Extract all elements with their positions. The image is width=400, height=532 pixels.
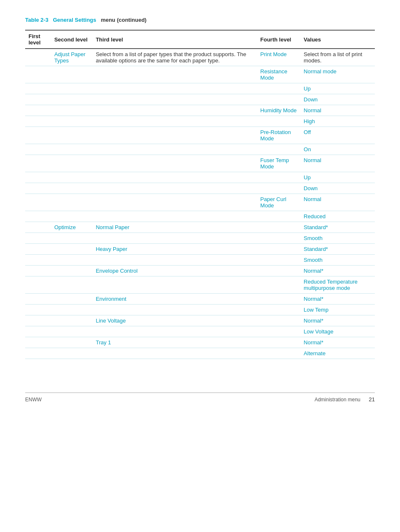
table-cell	[51, 183, 92, 194]
table-cell	[257, 348, 301, 359]
table-cell: On	[300, 144, 375, 155]
table-cell	[25, 348, 51, 359]
table-cell	[51, 315, 92, 326]
table-cell: Tray 1	[92, 337, 257, 348]
table-row: High	[25, 116, 375, 127]
table-cell	[257, 266, 301, 276]
table-cell	[92, 83, 257, 94]
table-cell	[25, 183, 51, 194]
table-cell	[257, 83, 301, 94]
table-label: Table 2-3	[25, 17, 48, 23]
footer-label: Administration menu	[314, 397, 360, 403]
table-cell	[25, 294, 51, 305]
table-cell	[257, 315, 301, 326]
table-cell	[51, 326, 92, 337]
col-second-level: Second level	[51, 30, 92, 49]
table-row: Smooth	[25, 233, 375, 244]
table-cell	[25, 194, 51, 211]
table-cell	[92, 326, 257, 337]
table-row: EnvironmentNormal*	[25, 294, 375, 305]
table-cell	[92, 276, 257, 294]
table-cell	[25, 337, 51, 348]
table-row: Paper Curl ModeNormal	[25, 194, 375, 211]
table-cell	[257, 276, 301, 294]
table-row: Fuser Temp ModeNormal	[25, 155, 375, 172]
table-cell	[92, 305, 257, 315]
table-cell	[51, 105, 92, 116]
table-cell	[25, 83, 51, 94]
table-cell	[51, 266, 92, 276]
table-cell	[257, 116, 301, 127]
table-cell	[25, 266, 51, 276]
table-cell	[92, 233, 257, 244]
table-cell	[51, 255, 92, 266]
table-cell: Standard*	[300, 222, 375, 233]
table-cell: Envelope Control	[92, 266, 257, 276]
table-cell	[92, 211, 257, 222]
table-cell: Normal*	[300, 294, 375, 305]
table-cell	[92, 127, 257, 144]
table-row: Pre-Rotation ModeOff	[25, 127, 375, 144]
page-footer: ENWW Administration menu 21	[25, 393, 375, 403]
settings-table: First level Second level Third level Fou…	[25, 30, 375, 359]
table-cell	[25, 276, 51, 294]
table-row: Adjust Paper TypesSelect from a list of …	[25, 49, 375, 66]
table-cell	[257, 244, 301, 255]
table-cell: Normal	[300, 105, 375, 116]
table-row: Alternate	[25, 348, 375, 359]
col-third-level: Third level	[92, 30, 257, 49]
table-cell	[257, 211, 301, 222]
table-cell	[92, 105, 257, 116]
table-cell	[25, 244, 51, 255]
table-cell	[25, 116, 51, 127]
table-cell	[257, 222, 301, 233]
table-subtitle: menu (continued)	[101, 17, 146, 23]
table-cell: Normal Paper	[92, 222, 257, 233]
table-cell	[51, 294, 92, 305]
col-fourth-level: Fourth level	[257, 30, 301, 49]
page-title: Table 2-3 General Settings menu (continu…	[25, 17, 375, 23]
table-cell: Optimize	[51, 222, 92, 233]
table-cell	[25, 233, 51, 244]
table-cell	[51, 144, 92, 155]
table-header-row: First level Second level Third level Fou…	[25, 30, 375, 49]
table-cell: Reduced Temperature multipurpose mode	[300, 276, 375, 294]
table-row: Tray 1Normal*	[25, 337, 375, 348]
table-cell	[51, 83, 92, 94]
table-row: Reduced	[25, 211, 375, 222]
table-cell	[51, 172, 92, 183]
table-cell	[25, 105, 51, 116]
table-cell	[257, 337, 301, 348]
table-cell	[92, 194, 257, 211]
footer-right: Administration menu 21	[314, 396, 375, 403]
table-cell: Resistance Mode	[257, 66, 301, 83]
table-cell	[51, 348, 92, 359]
table-cell: Reduced	[300, 211, 375, 222]
table-cell: Paper Curl Mode	[257, 194, 301, 211]
table-cell: High	[300, 116, 375, 127]
table-cell	[92, 172, 257, 183]
table-cell: Standard*	[300, 244, 375, 255]
table-cell: Down	[300, 94, 375, 105]
table-cell	[25, 255, 51, 266]
table-cell	[25, 172, 51, 183]
table-cell	[25, 305, 51, 315]
table-row: Line VoltageNormal*	[25, 315, 375, 326]
table-cell	[51, 116, 92, 127]
table-cell	[51, 305, 92, 315]
table-cell	[51, 211, 92, 222]
table-cell	[257, 183, 301, 194]
table-cell	[25, 326, 51, 337]
table-cell	[257, 172, 301, 183]
table-cell: Humidity Mode	[257, 105, 301, 116]
table-name: General Settings	[53, 17, 96, 23]
table-cell	[25, 127, 51, 144]
table-row: Resistance ModeNormal mode	[25, 66, 375, 83]
table-cell	[51, 94, 92, 105]
table-row: OptimizeNormal PaperStandard*	[25, 222, 375, 233]
table-cell	[92, 155, 257, 172]
table-cell: Normal*	[300, 337, 375, 348]
table-cell	[257, 94, 301, 105]
table-cell	[257, 305, 301, 315]
table-row: Smooth	[25, 255, 375, 266]
